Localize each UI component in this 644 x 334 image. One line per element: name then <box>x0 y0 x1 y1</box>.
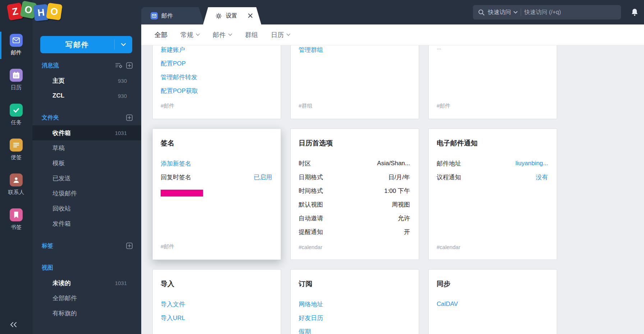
rail-item-bookmarks[interactable]: 书签 <box>0 206 32 234</box>
settings-link[interactable]: 配置POP <box>161 59 186 68</box>
rail-label: 日历 <box>11 84 22 91</box>
sidebar-item-unread[interactable]: 未读的 1031 <box>32 275 141 290</box>
sidebar-item-spam[interactable]: 垃圾邮件 <box>32 186 141 201</box>
sidebar-item-templates[interactable]: 模板 <box>32 155 141 171</box>
close-tab-icon[interactable] <box>248 13 253 18</box>
compose-button[interactable]: 写邮件 <box>40 36 132 53</box>
item-label: 发件箱 <box>52 220 127 228</box>
setting-value-link[interactable]: liuyanbing... <box>515 160 548 167</box>
sidebar-item-drafts[interactable]: 草稿 <box>32 140 141 155</box>
section-title: 视图 <box>42 264 133 272</box>
filter-groups[interactable]: 群组 <box>245 31 258 39</box>
setting-label: 时间格式 <box>299 187 323 195</box>
card-tag: #calendar <box>299 244 322 250</box>
sidebar-item-flagged[interactable]: 有标旗的 <box>32 306 141 321</box>
rail-item-notes[interactable]: 便签 <box>0 136 32 164</box>
settings-card-import: 导入 导入文件 导入URL <box>152 269 281 334</box>
add-folder-icon[interactable] <box>126 114 133 121</box>
search-scope-dropdown[interactable]: 快速访问 <box>488 9 518 16</box>
add-stream-icon[interactable] <box>126 62 133 69</box>
search-divider <box>521 9 521 16</box>
mail-tab-icon <box>151 12 158 19</box>
rail-label: 便签 <box>11 154 22 161</box>
quick-access-search: 快速访问 <box>473 5 621 19</box>
setting-value-link[interactable]: 没有 <box>536 173 548 181</box>
item-label: 垃圾邮件 <box>52 189 127 198</box>
section-title: 消息流 <box>42 62 115 69</box>
sidebar-item-home[interactable]: 主页 930 <box>32 73 141 88</box>
settings-main: 全部 常规 邮件 群组 日历 新建账户 配置POP 管理邮件转发 配 <box>141 24 644 334</box>
settings-link[interactable]: 好友日历 <box>299 314 323 322</box>
filter-general[interactable]: 常规 <box>180 31 200 39</box>
item-label: 全部邮件 <box>52 294 127 302</box>
filter-label: 邮件 <box>213 31 226 39</box>
filter-mail[interactable]: 邮件 <box>213 31 232 39</box>
rail-item-calendar[interactable]: 日历 <box>0 67 32 94</box>
rail-label: 邮件 <box>11 49 22 56</box>
settings-link[interactable]: 管理群组 <box>299 46 323 54</box>
settings-scroll-area[interactable]: 新建账户 配置POP 管理邮件转发 配置POP获取 #邮件 管理群组 #群组 .… <box>141 45 644 334</box>
chevron-down-icon <box>228 33 232 36</box>
settings-link[interactable]: 导入文件 <box>161 300 185 308</box>
search-input[interactable] <box>524 9 616 15</box>
settings-link[interactable]: 配置POP获取 <box>161 87 198 95</box>
settings-card-sync: 同步 CalDAV <box>428 269 557 334</box>
filter-all[interactable]: 全部 <box>155 31 167 39</box>
settings-card-signature: 签名 添加新签名 回复时签名 已启用 #邮件 <box>152 128 281 260</box>
bookmark-icon <box>10 208 23 221</box>
item-label: 已发送 <box>52 174 127 182</box>
setting-label: 回复时签名 <box>161 173 191 181</box>
sidebar-item-trash[interactable]: 回收站 <box>32 201 141 216</box>
item-label: 回收站 <box>52 204 127 213</box>
settings-link[interactable]: 网络地址 <box>299 300 323 308</box>
zoho-logo[interactable]: Z O H O <box>8 4 61 19</box>
setting-label: 提醒通知 <box>299 228 323 236</box>
sidebar-item-outbox[interactable]: 发件箱 <box>32 216 141 231</box>
settings-card-pop: 新建账户 配置POP 管理邮件转发 配置POP获取 #邮件 <box>152 45 281 119</box>
stream-filter-settings-icon[interactable] <box>115 63 123 68</box>
rail-item-contacts[interactable]: 联系人 <box>0 171 32 199</box>
rail-item-mail[interactable]: 邮件 <box>0 32 32 59</box>
card-tag: #calendar <box>437 244 460 250</box>
setting-label: 自动邀请 <box>299 214 323 222</box>
settings-link[interactable]: CalDAV <box>437 301 458 308</box>
filter-label: 全部 <box>155 31 167 39</box>
sidebar-item-sent[interactable]: 已发送 <box>32 171 141 186</box>
compose-dropdown-caret[interactable] <box>114 40 132 50</box>
item-count: 930 <box>118 78 127 84</box>
collapse-sidebar-icon[interactable] <box>9 322 18 329</box>
card-title: 签名 <box>161 138 272 148</box>
settings-link[interactable]: 假期 <box>299 328 311 334</box>
add-tag-icon[interactable] <box>126 243 133 249</box>
app-rail: 邮件 日历 任务 便签 联系人 <box>0 0 32 334</box>
notifications-bell-icon[interactable] <box>631 8 638 16</box>
contacts-person-icon <box>10 173 23 186</box>
setting-value-link[interactable]: 已启用 <box>254 173 272 181</box>
setting-value: 周视图 <box>392 200 410 209</box>
section-tags: 标签 <box>32 242 141 250</box>
setting-label: 邮件地址 <box>437 159 461 168</box>
filter-calendar[interactable]: 日历 <box>271 31 290 39</box>
tab-settings[interactable]: 设置 <box>203 7 261 24</box>
setting-value: 允许 <box>398 214 410 222</box>
section-title: 文件夹 <box>42 114 126 122</box>
tab-mail[interactable]: 邮件 <box>141 7 204 24</box>
section-folders: 文件夹 收件箱 1031 草稿 模板 已发送 垃圾邮件 回收站 发件箱 <box>32 113 141 231</box>
sidebar-item-all-mail[interactable]: 全部邮件 <box>32 290 141 306</box>
item-label: 有标旗的 <box>52 309 127 317</box>
chevron-down-icon <box>286 33 290 36</box>
sidebar-item-zcl[interactable]: ZCL 930 <box>32 88 141 103</box>
setting-value: Asia/Shan... <box>377 160 410 167</box>
settings-filterbar: 全部 常规 邮件 群组 日历 <box>141 24 644 45</box>
card-title: 导入 <box>161 279 272 289</box>
rail-item-tasks[interactable]: 任务 <box>0 101 32 129</box>
item-label: 模板 <box>52 159 127 167</box>
settings-link[interactable]: 管理邮件转发 <box>161 73 197 81</box>
settings-link[interactable]: 导入URL <box>161 314 185 322</box>
settings-link[interactable]: 新建账户 <box>161 46 185 54</box>
rail-label: 联系人 <box>8 189 24 196</box>
sidebar-item-inbox[interactable]: 收件箱 1031 <box>32 125 141 140</box>
logo-letter: O <box>46 3 63 20</box>
filter-label: 群组 <box>245 31 258 39</box>
add-signature-link[interactable]: 添加新签名 <box>161 159 191 168</box>
